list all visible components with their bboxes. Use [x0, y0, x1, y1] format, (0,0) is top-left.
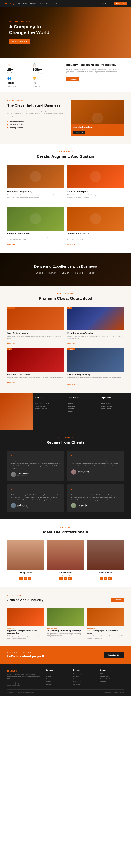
- nav-phone[interactable]: +1 234 567 890: [100, 2, 113, 4]
- partner-logo-3: MEMON: [62, 272, 70, 274]
- prof-1-twitter-icon[interactable]: t: [24, 577, 27, 580]
- cta-section: LET'S WORK TOGETHER Let's talk about pro…: [0, 646, 131, 664]
- clever-left: About Company The Clever Industrial Busi…: [7, 100, 66, 136]
- review-text-1: Working with this company has been an ab…: [11, 460, 60, 470]
- feature-technology: Latest Technology: [7, 120, 66, 122]
- reviews-header: Testimonials Review from Clients: [7, 437, 124, 445]
- stats-learn-more-button[interactable]: Learn More: [66, 78, 79, 81]
- stat-years-number: 25+: [7, 68, 30, 72]
- prof-2-twitter-icon[interactable]: t: [64, 577, 67, 580]
- team-phone[interactable]: +1 234 567 890: [36, 405, 62, 407]
- professionals-section: Our Team Meet The Professionals Jimmy Fl…: [0, 519, 131, 587]
- products-tag: Our Products: [7, 293, 124, 294]
- blog-all-btn[interactable]: All Articles: [111, 598, 124, 601]
- footer-link-construction[interactable]: Construction: [73, 678, 97, 680]
- footer-link-automation[interactable]: Automation: [73, 681, 97, 682]
- cta-button[interactable]: Contact Us Now: [104, 652, 124, 658]
- footer-bottom-links: Privacy Policy Terms of Service: [104, 692, 124, 693]
- footer-link-consulting[interactable]: Consulting: [73, 683, 97, 685]
- nav-contact[interactable]: Contact: [52, 2, 58, 4]
- footer-bottom-privacy[interactable]: Privacy Policy: [104, 692, 113, 693]
- footer-link-services[interactable]: Services: [46, 678, 70, 680]
- review-3: " We have been working with this industr…: [7, 485, 64, 512]
- footer-link-robotics[interactable]: Robotics: [73, 676, 97, 677]
- blog-post-3-desc: How protective equipment and young talen…: [87, 635, 124, 639]
- footer-link-contact[interactable]: Contact: [46, 683, 70, 685]
- nav-blog[interactable]: Blog: [46, 2, 50, 4]
- team-find-us-title: Find Us: [36, 397, 62, 399]
- blog-post-3-title[interactable]: PPE and young engineers solution for the…: [87, 630, 124, 634]
- prof-3-twitter-icon[interactable]: t: [104, 577, 107, 580]
- prof-2-linkedin-icon[interactable]: in: [68, 577, 72, 580]
- service-mechanical-link[interactable]: Learn More: [7, 201, 15, 203]
- review-author-info-4: Emily Davis COO, FutureTech: [78, 504, 88, 507]
- footer-link-projects[interactable]: Projects: [46, 681, 70, 682]
- products-title: Premium Class, Guaranteed: [7, 296, 124, 301]
- team-exp-4: Award Winning: [101, 408, 128, 409]
- product-robotics-tag: New: [67, 307, 73, 309]
- footer-facebook-icon[interactable]: f: [7, 682, 11, 686]
- review-avatar-1: [11, 472, 16, 477]
- review-text-3: We have been working with this industria…: [11, 494, 60, 501]
- clever-contact-button[interactable]: Contact Us: [73, 131, 85, 134]
- feature-list: Latest Technology Renewable Energy Indus…: [7, 120, 66, 129]
- service-automation-img: [67, 207, 124, 230]
- reviews-tag: Testimonials: [7, 437, 124, 438]
- footer-link-terms[interactable]: Terms of Service: [100, 678, 124, 680]
- review-role-1: CEO, Tech Corp: [17, 475, 29, 476]
- team-email[interactable]: info@industry.com: [36, 408, 62, 409]
- professionals-title: Meet The Professionals: [7, 530, 124, 535]
- prof-2-role: Project Manager: [47, 574, 84, 576]
- service-automation-title: Automation Industry: [67, 232, 124, 235]
- hero-cta-button[interactable]: Our Services: [9, 39, 30, 44]
- product-steel-link[interactable]: Learn More: [7, 342, 15, 344]
- blog-post-1-desc: Exploring modern approaches to supply ch…: [7, 635, 44, 639]
- services-header: Our Services Create, Augment, And Sustai…: [7, 151, 124, 159]
- footer-link-faq[interactable]: FAQ: [100, 673, 124, 675]
- service-imports-link[interactable]: Learn More: [67, 201, 75, 203]
- nav-home[interactable]: Home: [16, 2, 21, 4]
- footer-link-about[interactable]: About Us: [46, 676, 70, 677]
- team-process-3: Execution: [68, 405, 95, 407]
- service-imports: Imports and Exports We handle all aspect…: [67, 165, 124, 204]
- footer-link-steel[interactable]: Steel Industry: [73, 673, 97, 675]
- footer-link-sitemap[interactable]: Sitemap: [100, 681, 124, 682]
- product-storage-link[interactable]: Learn More: [67, 384, 75, 385]
- product-robotics-link[interactable]: Learn More: [67, 342, 75, 344]
- service-mechanical-title: Mechanical Engineering: [7, 190, 64, 193]
- nav-about[interactable]: About: [23, 2, 27, 4]
- service-construction-desc: From greenfield projects to facility exp…: [7, 236, 64, 241]
- prof-2-facebook-icon[interactable]: f: [59, 577, 63, 580]
- footer-instagram-icon[interactable]: ig: [17, 682, 20, 686]
- review-avatar-4: [71, 503, 76, 508]
- blog-post-2-title[interactable]: What is Factory robot Clothing Processin…: [47, 630, 84, 632]
- product-storage-desc: Optimized storage and logistics solution…: [67, 377, 124, 381]
- blog-post-1-title[interactable]: Supply chain Management in a powerful ma…: [7, 630, 44, 634]
- feature-technology-label: Latest Technology: [10, 120, 24, 122]
- footer-grid: Industry We are a full-service industria…: [7, 669, 124, 686]
- team-exp-1: 25 Years in Business: [101, 400, 128, 402]
- nav-services[interactable]: Services: [29, 2, 36, 4]
- footer-link-privacy[interactable]: Privacy Policy: [100, 676, 124, 677]
- footer-twitter-icon[interactable]: t: [12, 682, 16, 686]
- review-name-3: Michael Chen: [17, 504, 29, 506]
- prof-3-facebook-icon[interactable]: f: [99, 577, 103, 580]
- prof-3-linkedin-icon[interactable]: in: [108, 577, 112, 580]
- nav-projects[interactable]: Projects: [38, 2, 44, 4]
- product-factory-link[interactable]: Learn More: [7, 381, 15, 383]
- review-quote-2: ": [71, 454, 120, 458]
- prof-1-facebook-icon[interactable]: f: [19, 577, 23, 580]
- services-section: Our Services Create, Augment, And Sustai…: [0, 144, 131, 253]
- prof-3-socials: f t in: [87, 577, 124, 580]
- professionals-grid: Jimmy Flores Lead Engineer f t in Linda …: [7, 540, 124, 580]
- stats-text: Industry Passion Meets Productivity We a…: [66, 63, 124, 81]
- prof-1-linkedin-icon[interactable]: in: [28, 577, 32, 580]
- service-construction-link[interactable]: Learn More: [7, 244, 15, 245]
- services-title: Create, Augment, And Sustain: [7, 154, 124, 159]
- quote-button[interactable]: Get a Quote: [115, 2, 127, 5]
- service-automation-link[interactable]: Learn More: [67, 244, 75, 245]
- footer-bottom-terms[interactable]: Terms of Service: [114, 692, 124, 693]
- footer-link-home[interactable]: Home: [46, 673, 70, 675]
- review-1: " Working with this company has been an …: [7, 451, 64, 480]
- stat-awards-label: Awards Won: [33, 85, 55, 87]
